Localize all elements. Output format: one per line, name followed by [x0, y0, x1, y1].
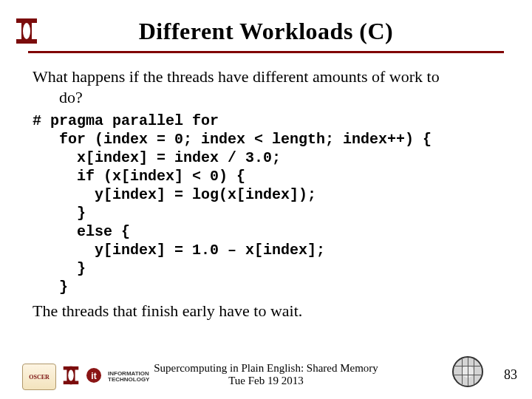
footer-logos: OSCER it INFORMATION TECHNOLOGY — [22, 364, 149, 390]
svg-rect-2 — [16, 39, 37, 44]
svg-rect-6 — [64, 381, 79, 384]
conclusion-text: The threads that finish early have to wa… — [33, 301, 499, 321]
footer-caption: Supercomputing in Plain English: Shared … — [154, 362, 378, 388]
header: Different Workloads (C) — [0, 0, 532, 53]
globe-logo-icon — [452, 356, 483, 387]
intro-line-1: What happens if the threads have differe… — [33, 67, 440, 86]
svg-rect-5 — [64, 366, 79, 370]
svg-rect-1 — [16, 18, 37, 23]
slide: Different Workloads (C) What happens if … — [0, 0, 532, 399]
code-block: # pragma parallel for for (index = 0; in… — [33, 112, 499, 296]
ou-small-logo-icon — [61, 365, 81, 389]
slide-title: Different Workloads (C) — [0, 13, 532, 51]
footer-line-1: Supercomputing in Plain English: Shared … — [154, 362, 378, 374]
oscer-label: OSCER — [29, 374, 50, 381]
content-area: What happens if the threads have differe… — [0, 53, 532, 321]
svg-point-3 — [23, 23, 30, 39]
ou-logo-icon — [12, 16, 41, 46]
oscer-logo-icon: OSCER — [22, 364, 56, 390]
svg-text:it: it — [91, 371, 96, 381]
title-underline — [28, 51, 504, 53]
it-logo-icon: it — [86, 367, 102, 386]
svg-point-7 — [68, 370, 73, 381]
it-label: INFORMATION TECHNOLOGY — [108, 371, 149, 382]
intro-text: What happens if the threads have differe… — [33, 66, 499, 107]
page-number: 83 — [504, 367, 517, 383]
it-line-2: TECHNOLOGY — [108, 376, 149, 383]
footer-line-2: Tue Feb 19 2013 — [228, 375, 304, 386]
footer: OSCER it INFORMATION TECHNOLOGY — [0, 350, 532, 392]
intro-line-2: do? — [33, 88, 83, 106]
